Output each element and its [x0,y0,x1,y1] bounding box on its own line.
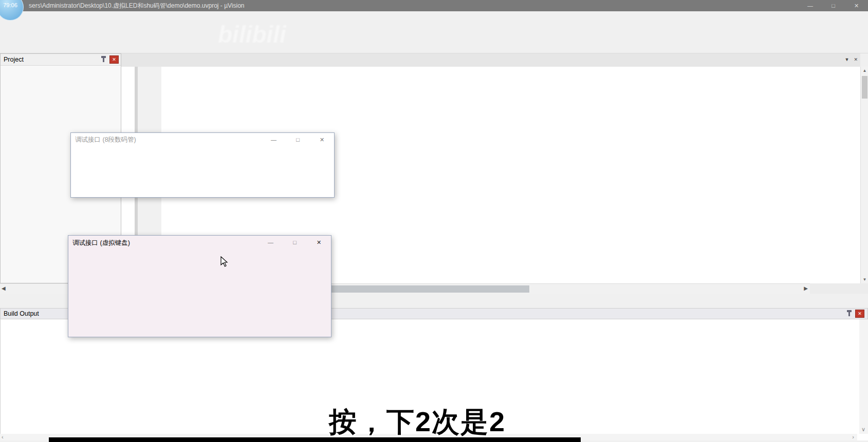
menu-bar [0,11,868,23]
scrollbar-thumb[interactable] [329,285,529,293]
scroll-down-icon[interactable]: ▼ [861,277,868,282]
build-output-close-icon[interactable]: ✕ [855,310,864,318]
window-title: sers\Administrator\Desktop\10.虚拟LED和shu码… [29,2,245,10]
tab-controls: ▼ ✕ [845,57,858,62]
editor-vertical-scrollbar[interactable]: ▲ ▼ [860,67,868,283]
build-toolbar [0,40,868,53]
project-tree [1,66,121,70]
tab-list-dropdown-icon[interactable]: ▼ [845,57,849,62]
seven-segment-dialog[interactable]: 调试接口 (8段数码管) — □ ✕ [70,132,335,198]
scrollbar-corner [810,283,868,294]
scroll-right-icon[interactable]: ▶ [804,285,808,291]
scroll-left-icon[interactable]: ‹ [2,434,4,440]
scroll-up-icon[interactable]: ▲ [861,68,868,73]
dialog-title: 调试接口 (虚拟键盘) [72,239,130,247]
close-button[interactable]: ✕ [845,0,868,11]
minimize-button[interactable]: — [262,133,286,146]
seven-segment-display [71,146,334,197]
project-panel-close-icon[interactable]: ✕ [109,55,119,64]
minimize-button[interactable]: — [258,236,283,250]
dialog-title-bar[interactable]: 调试接口 (虚拟键盘) — □ ✕ [68,236,331,250]
scroll-down-icon[interactable]: ∨ [861,426,865,433]
close-button[interactable]: ✕ [310,133,334,146]
dialog-title-bar[interactable]: 调试接口 (8段数码管) — □ ✕ [71,133,334,146]
close-button[interactable]: ✕ [307,236,331,250]
scroll-right-icon[interactable]: › [852,434,854,440]
uvision-window: sers\Administrator\Desktop\10.虚拟LED和shu码… [0,0,868,442]
minimize-button[interactable]: — [799,0,822,11]
video-caption: 按，下2次是2 [329,403,506,441]
dialog-controls: — □ ✕ [258,236,331,250]
project-panel-header: Project ✕ [1,54,121,66]
scrollbar-thumb[interactable] [862,76,867,99]
mouse-cursor-icon [220,256,229,267]
build-output-title: Build Output [4,310,39,317]
maximize-button[interactable]: □ [286,133,310,146]
tab-strip-background [121,53,860,67]
maximize-button[interactable]: □ [283,236,307,250]
pin-icon[interactable] [103,57,104,62]
close-tab-icon[interactable]: ✕ [854,57,858,62]
title-bar: sers\Administrator\Desktop\10.虚拟LED和shu码… [0,0,868,11]
pin-icon[interactable] [848,311,850,316]
scroll-left-icon[interactable]: ◀ [2,285,6,291]
dialog-title: 调试接口 (8段数码管) [75,136,136,144]
main-toolbar [0,23,868,40]
virtual-keyboard-dialog[interactable]: 调试接口 (虚拟键盘) — □ ✕ [68,235,331,337]
maximize-button[interactable]: □ [822,0,845,11]
dialog-controls: — □ ✕ [262,133,334,146]
build-vertical-scrollbar[interactable]: ∨ [859,319,868,434]
window-controls: — □ ✕ [799,0,868,11]
project-panel-title: Project [4,56,24,63]
